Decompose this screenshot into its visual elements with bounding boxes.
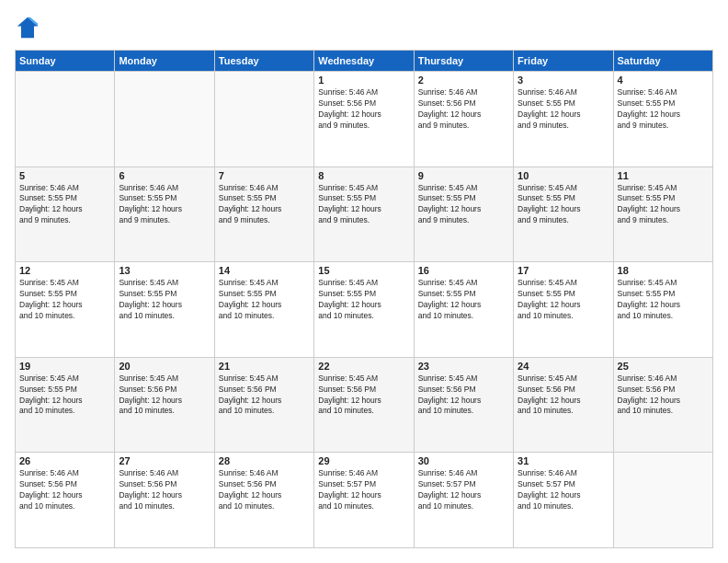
day-info: Sunrise: 5:45 AM Sunset: 5:55 PM Dayligh… [618,183,709,227]
header [15,15,713,40]
calendar-cell: 30Sunrise: 5:46 AM Sunset: 5:57 PM Dayli… [414,453,513,548]
day-number: 14 [219,265,310,276]
day-number: 8 [318,170,409,181]
day-number: 19 [19,361,110,372]
day-info: Sunrise: 5:45 AM Sunset: 5:55 PM Dayligh… [119,278,210,322]
day-info: Sunrise: 5:46 AM Sunset: 5:56 PM Dayligh… [418,87,509,132]
weekday-header-wednesday: Wednesday [314,51,414,72]
day-info: Sunrise: 5:45 AM Sunset: 5:55 PM Dayligh… [418,278,509,322]
calendar-cell: 29Sunrise: 5:46 AM Sunset: 5:57 PM Dayli… [314,453,414,548]
day-number: 31 [518,455,609,466]
day-info: Sunrise: 5:46 AM Sunset: 5:56 PM Dayligh… [119,468,210,512]
day-number: 22 [318,361,409,372]
day-number: 3 [518,75,609,86]
weekday-header-sunday: Sunday [16,51,115,72]
day-number: 26 [19,455,110,466]
day-number: 13 [119,265,210,276]
weekday-header-row: SundayMondayTuesdayWednesdayThursdayFrid… [16,51,713,72]
calendar-table: SundayMondayTuesdayWednesdayThursdayFrid… [15,50,713,548]
day-number: 5 [19,170,110,181]
calendar-cell: 5Sunrise: 5:46 AM Sunset: 5:55 PM Daylig… [16,167,115,262]
week-row-1: 5Sunrise: 5:46 AM Sunset: 5:55 PM Daylig… [16,167,713,262]
day-info: Sunrise: 5:45 AM Sunset: 5:55 PM Dayligh… [318,278,409,322]
day-info: Sunrise: 5:45 AM Sunset: 5:55 PM Dayligh… [618,278,709,322]
day-info: Sunrise: 5:45 AM Sunset: 5:56 PM Dayligh… [418,373,509,418]
day-info: Sunrise: 5:45 AM Sunset: 5:55 PM Dayligh… [19,278,110,322]
day-number: 21 [219,361,310,372]
calendar-cell: 6Sunrise: 5:46 AM Sunset: 5:55 PM Daylig… [115,167,214,262]
calendar-cell: 2Sunrise: 5:46 AM Sunset: 5:56 PM Daylig… [414,72,513,167]
day-info: Sunrise: 5:46 AM Sunset: 5:55 PM Dayligh… [119,183,210,227]
day-number: 29 [318,455,409,466]
day-number: 10 [518,170,609,181]
day-info: Sunrise: 5:45 AM Sunset: 5:55 PM Dayligh… [518,183,609,227]
calendar-cell: 4Sunrise: 5:46 AM Sunset: 5:55 PM Daylig… [613,72,712,167]
day-info: Sunrise: 5:45 AM Sunset: 5:56 PM Dayligh… [119,373,210,418]
day-number: 12 [19,265,110,276]
calendar-cell [214,72,313,167]
svg-marker-0 [17,17,38,38]
calendar-cell: 11Sunrise: 5:45 AM Sunset: 5:55 PM Dayli… [613,167,712,262]
calendar-cell: 16Sunrise: 5:45 AM Sunset: 5:55 PM Dayli… [414,262,513,358]
calendar-cell: 24Sunrise: 5:45 AM Sunset: 5:56 PM Dayli… [514,357,613,453]
day-info: Sunrise: 5:46 AM Sunset: 5:55 PM Dayligh… [19,183,110,227]
day-number: 4 [618,75,709,86]
week-row-3: 19Sunrise: 5:45 AM Sunset: 5:55 PM Dayli… [16,357,713,453]
calendar-cell: 19Sunrise: 5:45 AM Sunset: 5:55 PM Dayli… [16,357,115,453]
page: SundayMondayTuesdayWednesdayThursdayFrid… [0,0,728,563]
calendar-cell: 31Sunrise: 5:46 AM Sunset: 5:57 PM Dayli… [514,453,613,548]
day-info: Sunrise: 5:45 AM Sunset: 5:55 PM Dayligh… [318,183,409,227]
logo-icon [15,15,40,40]
day-number: 28 [219,455,310,466]
day-number: 15 [318,265,409,276]
calendar-cell: 28Sunrise: 5:46 AM Sunset: 5:56 PM Dayli… [214,453,313,548]
calendar-cell: 20Sunrise: 5:45 AM Sunset: 5:56 PM Dayli… [115,357,214,453]
day-number: 18 [618,265,709,276]
day-number: 30 [418,455,509,466]
day-info: Sunrise: 5:46 AM Sunset: 5:56 PM Dayligh… [618,373,709,418]
calendar-cell: 8Sunrise: 5:45 AM Sunset: 5:55 PM Daylig… [314,167,414,262]
week-row-2: 12Sunrise: 5:45 AM Sunset: 5:55 PM Dayli… [16,262,713,358]
day-number: 6 [119,170,210,181]
calendar-cell: 27Sunrise: 5:46 AM Sunset: 5:56 PM Dayli… [115,453,214,548]
day-number: 9 [418,170,509,181]
calendar-cell: 12Sunrise: 5:45 AM Sunset: 5:55 PM Dayli… [16,262,115,358]
day-number: 17 [518,265,609,276]
calendar-cell: 23Sunrise: 5:45 AM Sunset: 5:56 PM Dayli… [414,357,513,453]
day-number: 24 [518,361,609,372]
day-number: 1 [318,75,409,86]
day-number: 7 [219,170,310,181]
day-number: 27 [119,455,210,466]
calendar-cell: 15Sunrise: 5:45 AM Sunset: 5:55 PM Dayli… [314,262,414,358]
weekday-header-monday: Monday [115,51,214,72]
week-row-0: 1Sunrise: 5:46 AM Sunset: 5:56 PM Daylig… [16,72,713,167]
day-info: Sunrise: 5:45 AM Sunset: 5:56 PM Dayligh… [518,373,609,418]
day-info: Sunrise: 5:45 AM Sunset: 5:55 PM Dayligh… [219,278,310,322]
calendar-cell: 25Sunrise: 5:46 AM Sunset: 5:56 PM Dayli… [613,357,712,453]
calendar-cell: 18Sunrise: 5:45 AM Sunset: 5:55 PM Dayli… [613,262,712,358]
calendar-cell [16,72,115,167]
day-info: Sunrise: 5:46 AM Sunset: 5:57 PM Dayligh… [418,468,509,512]
day-number: 23 [418,361,509,372]
calendar-cell: 9Sunrise: 5:45 AM Sunset: 5:55 PM Daylig… [414,167,513,262]
week-row-4: 26Sunrise: 5:46 AM Sunset: 5:56 PM Dayli… [16,453,713,548]
day-info: Sunrise: 5:45 AM Sunset: 5:56 PM Dayligh… [318,373,409,418]
calendar-cell: 3Sunrise: 5:46 AM Sunset: 5:55 PM Daylig… [514,72,613,167]
day-info: Sunrise: 5:45 AM Sunset: 5:56 PM Dayligh… [219,373,310,418]
day-info: Sunrise: 5:46 AM Sunset: 5:57 PM Dayligh… [318,468,409,512]
calendar-cell: 14Sunrise: 5:45 AM Sunset: 5:55 PM Dayli… [214,262,313,358]
day-number: 25 [618,361,709,372]
calendar-cell: 26Sunrise: 5:46 AM Sunset: 5:56 PM Dayli… [16,453,115,548]
calendar-cell: 1Sunrise: 5:46 AM Sunset: 5:56 PM Daylig… [314,72,414,167]
weekday-header-thursday: Thursday [414,51,513,72]
day-info: Sunrise: 5:45 AM Sunset: 5:55 PM Dayligh… [418,183,509,227]
day-info: Sunrise: 5:45 AM Sunset: 5:55 PM Dayligh… [19,373,110,418]
day-info: Sunrise: 5:46 AM Sunset: 5:56 PM Dayligh… [219,468,310,512]
calendar-cell: 17Sunrise: 5:45 AM Sunset: 5:55 PM Dayli… [514,262,613,358]
weekday-header-saturday: Saturday [613,51,712,72]
day-number: 20 [119,361,210,372]
calendar-cell: 22Sunrise: 5:45 AM Sunset: 5:56 PM Dayli… [314,357,414,453]
day-info: Sunrise: 5:45 AM Sunset: 5:55 PM Dayligh… [518,278,609,322]
day-info: Sunrise: 5:46 AM Sunset: 5:55 PM Dayligh… [618,87,709,132]
calendar-cell: 7Sunrise: 5:46 AM Sunset: 5:55 PM Daylig… [214,167,313,262]
